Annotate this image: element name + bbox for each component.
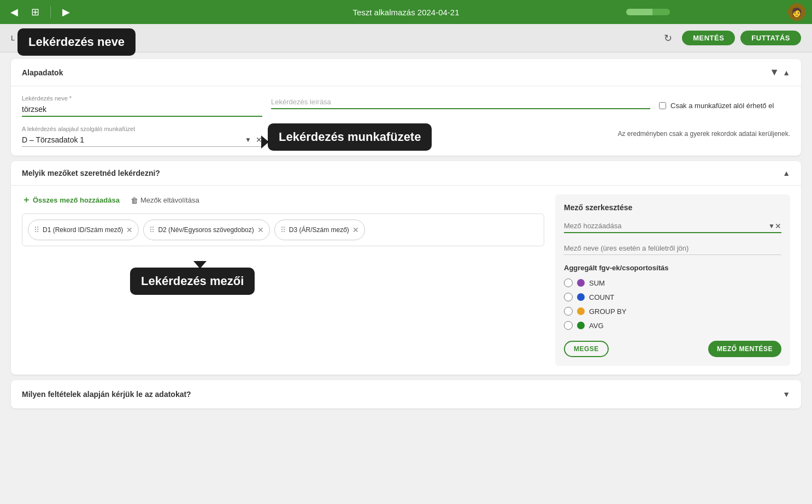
checkbox-group: Csak a munkafüzet alól érhető el (659, 95, 790, 110)
back-icon[interactable]: ◀ (7, 4, 22, 20)
radio-avg-row: AVG (564, 321, 781, 330)
fields-list-area: ＋ Összes mező hozzáadása 🗑 Mezők eltávol… (22, 194, 544, 366)
play-icon[interactable]: ▶ (58, 4, 74, 20)
workbook-group: A lekérdezés alapjául szolgáló munkafüze… (22, 126, 262, 147)
field-add-row: ▼ ✕ (564, 220, 781, 233)
radio-count-row: COUNT (564, 293, 781, 301)
plus-icon: ＋ (22, 194, 31, 206)
name-label: Lekérdezés neve * (22, 95, 262, 102)
field-editor-title: Mező szerkesztése (564, 203, 781, 212)
add-all-button[interactable]: ＋ Összes mező hozzáadása (22, 194, 120, 206)
sum-color-dot (577, 279, 585, 287)
chevron-up-icon: ▲ (782, 68, 790, 77)
description-group (271, 95, 650, 109)
drag-icon-d3: ⠿ (280, 226, 286, 234)
field-chip-d3-label: D3 (ÁR/Szám mező) (289, 226, 349, 234)
workbook-only-checkbox[interactable] (659, 102, 666, 109)
drag-icon-d2: ⠿ (149, 226, 155, 234)
top-bar: ◀ ⊞ ▶ Teszt alkalmazás 2024-04-21 🧑 (0, 0, 812, 24)
radio-sum[interactable] (564, 278, 573, 287)
progress-bar (626, 9, 670, 15)
trash-icon: 🗑 (131, 196, 138, 205)
count-color-dot (577, 293, 585, 301)
radio-groupby-row: GROUP BY (564, 307, 781, 316)
user-avatar[interactable]: 🧑 (788, 3, 805, 21)
field-chip-d2[interactable]: ⠿ D2 (Név/Egysoros szövegdoboz) ✕ (143, 220, 269, 240)
field-chip-d1[interactable]: ⠿ D1 (Rekord ID/Szám mező) ✕ (28, 220, 139, 240)
field-chip-d3[interactable]: ⠿ D3 (ÁR/Szám mező) ✕ (274, 220, 365, 240)
run-button[interactable]: FUTTATÁS (740, 31, 801, 45)
field-chip-d1-label: D1 (Rekord ID/Szám mező) (43, 226, 123, 234)
fields-toolbar: ＋ Összes mező hozzáadása 🗑 Mezők eltávol… (22, 194, 544, 206)
alapadatok-body: Lekérdezés neve * Csak a munkafüzet alól… (11, 86, 801, 156)
refresh-button[interactable]: ↻ (659, 29, 676, 47)
fields-section: Melyik mezőket szeretnéd lekérdezni? ▲ ＋… (11, 161, 801, 375)
fields-chips-container: ⠿ D1 (Rekord ID/Szám mező) ✕ ⠿ D2 (Név/E… (22, 214, 544, 246)
radio-sum-label: SUM (589, 279, 605, 287)
name-group: Lekérdezés neve * (22, 95, 262, 117)
radio-count-label: COUNT (589, 293, 614, 301)
alapadatok-section: Alapadatok ▼ ▲ Lekérdezés neve * (11, 59, 801, 156)
conditions-title: Milyen feltételek alapján kérjük le az a… (22, 390, 191, 399)
workbook-value: D – Törzsadatok 1 (22, 133, 245, 146)
radio-avg[interactable] (564, 321, 573, 330)
field-chip-d2-close[interactable]: ✕ (257, 226, 264, 234)
name-input[interactable] (22, 103, 262, 117)
select-arrow-icon: ▼ (245, 136, 251, 144)
field-name-input[interactable] (564, 242, 781, 255)
workbook-label: A lekérdezés alapjául szolgáló munkafüze… (22, 126, 262, 132)
field-editor-panel: Mező szerkesztése ▼ ✕ Aggregált fgv-ek/c… (555, 194, 790, 366)
radio-count[interactable] (564, 293, 573, 301)
fields-body: ＋ Összes mező hozzáadása 🗑 Mezők eltávol… (11, 186, 801, 375)
content-header: L ↻ MENTÉS FUTTATÁS (0, 24, 812, 52)
child-records-text: Az eredményben csak a gyerek rekordok ad… (617, 126, 790, 138)
remove-fields-button[interactable]: 🗑 Mezők eltávolítása (131, 196, 199, 205)
fields-header[interactable]: Melyik mezőket szeretnéd lekérdezni? ▲ (11, 161, 801, 186)
aggregate-title: Aggregált fgv-ek/csoportosítás (564, 264, 781, 272)
save-field-button[interactable]: MEZŐ MENTÉSE (708, 341, 781, 357)
workbook-clear-icon[interactable]: ✕ (256, 135, 262, 144)
chevron-down-decoration: ▼ (769, 67, 779, 78)
cancel-button[interactable]: MEGSE (564, 341, 609, 357)
field-add-arrow-icon: ▼ (768, 222, 775, 230)
field-editor-footer: MEGSE MEZŐ MENTÉSE (564, 341, 781, 357)
alapadatok-title: Alapadatok (22, 68, 63, 77)
radio-sum-row: SUM (564, 278, 781, 287)
radio-avg-label: AVG (589, 322, 604, 330)
workbook-select-wrapper: D – Törzsadatok 1 ▼ ✕ (22, 133, 262, 147)
avg-color-dot (577, 322, 585, 329)
checkbox-label: Csak a munkafüzet alól érhető el (670, 102, 774, 110)
aggregate-radio-group: SUM COUNT GROUP BY A (564, 278, 781, 330)
conditions-header[interactable]: Milyen feltételek alapján kérjük le az a… (11, 380, 801, 408)
field-add-input[interactable] (564, 220, 768, 232)
save-button[interactable]: MENTÉS (682, 31, 735, 45)
fields-chevron-icon: ▲ (782, 169, 790, 177)
radio-groupby[interactable] (564, 307, 573, 316)
section-label: L (11, 34, 15, 42)
conditions-section: Milyen feltételek alapján kérjük le az a… (11, 380, 801, 408)
description-input[interactable] (271, 95, 650, 109)
field-chip-d1-close[interactable]: ✕ (126, 226, 133, 234)
app-title: Teszt alkalmazás 2024-04-21 (352, 8, 459, 17)
fields-title: Melyik mezőket szeretnéd lekérdezni? (22, 169, 160, 177)
field-add-clear-icon[interactable]: ✕ (775, 222, 781, 230)
drag-icon: ⠿ (34, 226, 39, 234)
conditions-chevron-icon: ▼ (782, 390, 790, 399)
groupby-color-dot (577, 307, 585, 315)
alapadatok-header[interactable]: Alapadatok ▼ ▲ (11, 59, 801, 86)
grid-icon[interactable]: ⊞ (27, 4, 43, 20)
field-chip-d3-close[interactable]: ✕ (352, 226, 359, 234)
radio-groupby-label: GROUP BY (589, 307, 626, 316)
field-chip-d2-label: D2 (Név/Egysoros szövegdoboz) (158, 226, 254, 234)
